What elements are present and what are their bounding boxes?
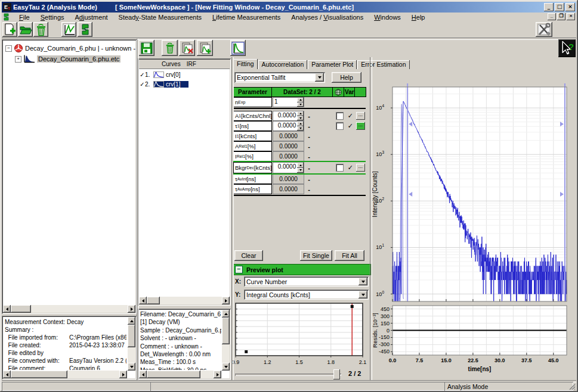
scroll-right-button[interactable]	[128, 305, 135, 313]
new-analysis-button[interactable]	[61, 22, 76, 37]
var-checkbox[interactable]: ✓	[345, 121, 355, 131]
spinner-up-button[interactable]	[297, 98, 304, 102]
menu-analyses-visualisations[interactable]: Analyses / Visualisations	[286, 13, 369, 21]
parameter-options-button[interactable]: ...	[356, 164, 365, 172]
curve-label[interactable]: crv[1]	[165, 81, 188, 88]
scroll-thumb[interactable]	[222, 318, 230, 344]
mdi-restore-button[interactable]: ❐	[557, 13, 565, 20]
spinner-down-button[interactable]	[297, 126, 304, 131]
parameter-value-field[interactable]: 0.0000	[273, 121, 304, 131]
curves-hscrollbar[interactable]	[139, 297, 230, 304]
save-curves-button[interactable]	[138, 40, 154, 56]
scroll-left-button[interactable]	[139, 371, 147, 378]
clear-button[interactable]: Clear	[234, 250, 263, 261]
curve-row-crv0[interactable]: ✓1.crv[0]	[140, 70, 229, 79]
info-hscrollbar[interactable]	[139, 371, 221, 378]
preview-data-point[interactable]	[245, 350, 248, 353]
remove-curve-from-set-button[interactable]	[179, 40, 195, 56]
resize-grip[interactable]	[568, 383, 576, 390]
spinner-down-button[interactable]	[297, 116, 304, 121]
scroll-thumb[interactable]	[11, 305, 31, 313]
scroll-up-button[interactable]	[128, 317, 135, 325]
scroll-down-button[interactable]	[222, 363, 230, 371]
mdi-minimize-button[interactable]: _	[548, 13, 556, 20]
chevron-down-icon[interactable]	[358, 278, 367, 285]
close-button[interactable]: ×	[565, 3, 575, 11]
tree-child-label[interactable]: Decay_Coumarin_6.phu.etc	[37, 55, 120, 63]
chevron-down-icon[interactable]	[315, 73, 324, 82]
scroll-down-button[interactable]	[128, 363, 135, 371]
mdi-child-icon[interactable]	[2, 13, 10, 21]
menu-settings[interactable]: Settings	[35, 13, 70, 21]
scroll-right-button[interactable]	[214, 371, 221, 378]
fit-model-select[interactable]: Exponential Tailfit	[234, 72, 325, 83]
scroll-thumb[interactable]	[11, 371, 67, 378]
scroll-left-button[interactable]	[139, 297, 147, 304]
value-spinner[interactable]	[297, 98, 304, 107]
scroll-up-button[interactable]	[222, 310, 230, 318]
maximize-button[interactable]: □	[555, 3, 564, 11]
scroll-right-button[interactable]	[119, 371, 127, 378]
collapse-icon[interactable]: −	[5, 45, 12, 52]
value-spinner[interactable]	[297, 111, 304, 120]
scroll-thumb[interactable]	[147, 371, 200, 378]
curve-visible-check[interactable]: ✓	[140, 71, 145, 78]
help-button[interactable]: Help	[332, 72, 361, 83]
curve-visible-check[interactable]: ✓	[140, 81, 145, 88]
preview-data-point[interactable]	[351, 305, 354, 308]
fit-single-button[interactable]: Fit Single	[300, 250, 332, 261]
var-checkbox[interactable]: ✓	[345, 111, 355, 121]
value-spinner[interactable]	[297, 122, 304, 130]
tab-parameter-plot[interactable]: Parameter Plot	[308, 60, 357, 69]
tab-fitting[interactable]: Fitting	[233, 59, 258, 69]
info-vscrollbar[interactable]	[222, 310, 230, 371]
dataset-slider-track[interactable]	[235, 374, 341, 376]
scroll-left-button[interactable]	[3, 371, 11, 378]
context-help-button[interactable]: ?	[558, 39, 576, 57]
delete-curve-button[interactable]	[162, 40, 178, 56]
fitting-curve-button[interactable]	[230, 40, 246, 56]
adjustment-tools-button[interactable]	[536, 22, 552, 37]
dataset-slider-thumb[interactable]	[333, 369, 340, 379]
fit-all-button[interactable]: Fit All	[335, 250, 364, 261]
tree-child-row[interactable]: + Decay_Coumarin_6.phu.etc	[15, 54, 120, 64]
preview-y-select[interactable]: Integral Counts [kCnts]	[244, 290, 369, 300]
scroll-left-button[interactable]	[3, 305, 11, 313]
scroll-thumb[interactable]	[147, 297, 160, 304]
parameter-options-button[interactable]: ...	[356, 112, 365, 120]
spinner-down-button[interactable]	[297, 102, 304, 107]
open-button[interactable]	[18, 22, 33, 37]
spinner-down-button[interactable]	[297, 168, 304, 173]
delete-button[interactable]	[33, 22, 48, 37]
expand-icon[interactable]: +	[15, 56, 21, 63]
menu-adjustment[interactable]: Adjustment	[70, 13, 113, 21]
menu-steady-state-measurements[interactable]: Steady-State Measurements	[113, 13, 207, 21]
spinner-up-button[interactable]	[297, 122, 304, 126]
irf-column-header[interactable]: IRF	[187, 61, 196, 67]
workspace-button[interactable]	[78, 22, 92, 37]
scroll-right-button[interactable]	[222, 297, 230, 304]
chevron-down-icon[interactable]	[358, 291, 367, 298]
add-curve-to-set-button[interactable]	[197, 40, 213, 56]
parameter-value-field[interactable]: 0.0000	[273, 162, 304, 173]
summary-hscrollbar[interactable]	[3, 371, 127, 378]
title-bar[interactable]: E τ EasyTau 2 (Analysis Mode) [ SomeNewW…	[2, 2, 576, 13]
tab-autocorrelation[interactable]: Autocorrelation	[258, 60, 308, 69]
new-measurement-button[interactable]	[2, 22, 17, 37]
global-checkbox[interactable]	[336, 164, 344, 172]
parameter-value-field[interactable]: 0.0000	[273, 111, 304, 121]
minimize-button[interactable]: _	[544, 3, 554, 11]
menu-windows[interactable]: Windows	[369, 13, 406, 21]
spinner-up-button[interactable]	[297, 111, 304, 116]
curve-row-crv1[interactable]: ✓2.crv[1]	[140, 79, 229, 89]
menu-help[interactable]: Help	[406, 13, 431, 21]
collapse-icon[interactable]: −	[235, 266, 243, 273]
spinner-up-button[interactable]	[297, 163, 304, 168]
summary-vscrollbar[interactable]	[128, 317, 135, 371]
scroll-thumb[interactable]	[128, 325, 135, 347]
tree-root-row[interactable]: − Decay_Coumarin_6.phu | - unknown -	[5, 43, 135, 53]
curves-column-header[interactable]: Curves	[162, 61, 181, 67]
value-spinner[interactable]	[297, 163, 304, 173]
global-checkbox[interactable]	[336, 112, 344, 120]
curve-label[interactable]: crv[0]	[165, 71, 188, 78]
